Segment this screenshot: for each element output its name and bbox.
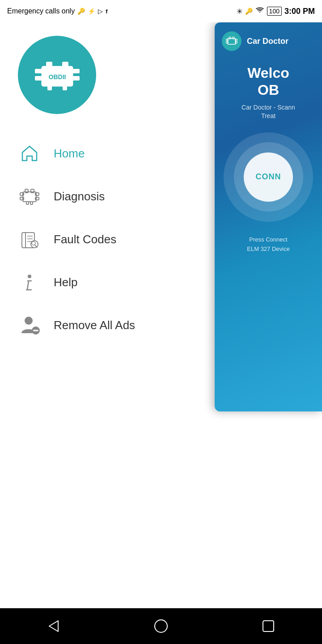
battery-icon: 100: [267, 7, 282, 16]
svg-rect-6: [72, 76, 80, 80]
time-display: 3:00 PM: [284, 7, 315, 16]
overlay-header: Car Doctor: [215, 22, 322, 60]
svg-rect-9: [63, 86, 67, 90]
svg-rect-1: [46, 62, 52, 68]
svg-text:OBDII: OBDII: [48, 73, 66, 80]
recent-apps-button[interactable]: [255, 613, 282, 640]
home-icon: [18, 142, 41, 165]
overlay-logo: [222, 31, 242, 51]
overlay-footer: Press Connect ELM 327 Device: [215, 222, 322, 258]
connect-circles: CONN: [215, 132, 322, 222]
circle-outer: CONN: [224, 132, 313, 222]
key-icon: 🔑: [245, 8, 253, 15]
nav-label-help: Help: [54, 275, 77, 289]
bottom-nav: [0, 608, 322, 644]
diagnosis-icon: [18, 185, 41, 208]
status-bar-left: Emergency calls only 🔑 ⚡ ▷ f: [7, 7, 108, 15]
wifi-icon: [255, 7, 264, 16]
circle-inner[interactable]: CONN: [244, 153, 293, 202]
status-bar-right: ✳ 🔑 100 3:00 PM: [237, 7, 315, 16]
svg-rect-32: [33, 330, 38, 331]
home-button[interactable]: [148, 613, 174, 640]
help-icon: [18, 271, 41, 294]
svg-rect-5: [72, 69, 80, 73]
svg-rect-2: [62, 62, 68, 68]
remove-ads-icon: [18, 314, 41, 337]
svg-point-41: [155, 620, 167, 632]
svg-marker-40: [49, 621, 58, 631]
svg-rect-17: [26, 202, 29, 204]
usb-icon: ⚡: [88, 8, 95, 15]
fb-icon: f: [106, 8, 107, 15]
nav-label-fault-codes: Fault Codes: [54, 233, 116, 246]
emergency-calls-text: Emergency calls only: [7, 7, 75, 15]
overlay-welcome: Welco OB: [215, 60, 322, 101]
svg-rect-3: [35, 69, 42, 73]
status-bar: Emergency calls only 🔑 ⚡ ▷ f ✳ 🔑 100 3:0…: [0, 0, 322, 22]
lock-icon: 🔑: [77, 8, 85, 15]
overlay-panel: Car Doctor Welco OB Car Doctor - Scann T…: [215, 22, 322, 411]
nav-label-remove-ads: Remove All Ads: [54, 318, 135, 332]
svg-rect-10: [23, 192, 36, 202]
app-logo: OBDII: [18, 36, 96, 114]
fault-codes-icon: [18, 228, 41, 251]
svg-point-30: [25, 317, 33, 325]
circle-middle: CONN: [234, 142, 303, 212]
overlay-app-name: Car Doctor: [247, 37, 288, 46]
svg-rect-8: [47, 86, 52, 90]
svg-rect-42: [263, 621, 274, 631]
svg-rect-18: [30, 202, 33, 204]
cast-icon: ▷: [98, 8, 103, 15]
svg-rect-4: [35, 76, 42, 80]
overlay-subtitle: Car Doctor - Scann Treat: [215, 101, 322, 123]
svg-rect-33: [228, 38, 236, 44]
connect-label[interactable]: CONN: [256, 172, 281, 182]
svg-point-27: [28, 275, 31, 278]
nav-label-diagnosis: Diagnosis: [54, 190, 105, 203]
bluetooth-icon: ✳: [237, 7, 242, 16]
nav-label-home: Home: [54, 147, 85, 161]
back-button[interactable]: [40, 613, 67, 640]
